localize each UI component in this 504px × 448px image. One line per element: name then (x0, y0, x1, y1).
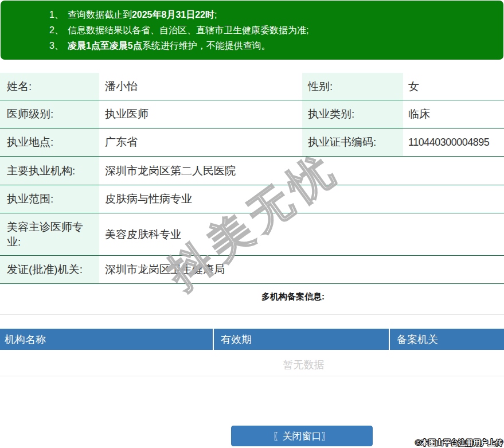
info-row-level-category: 医师级别: 执业医师 执业类别: 临床 (0, 100, 504, 128)
field-value-doctor-level: 执业医师 (99, 100, 302, 128)
field-label-practice-scope: 执业范围: (0, 185, 99, 213)
notice-text-bold: 凌晨1点至凌晨5点 (68, 41, 142, 50)
column-header-filing-authority: 备案机关 (390, 329, 504, 350)
practitioner-info-table: 姓名: 潘小怡 性别: 女 医师级别: 执业医师 执业类别: 临床 执业地点: … (0, 73, 504, 284)
multi-org-records-title: 多机构备案信息: (0, 291, 504, 302)
close-window-button[interactable]: 〖关闭窗口〗 (231, 426, 373, 446)
info-row-location-certno: 执业地点: 广东省 执业证书编码: 110440300004895 (0, 128, 504, 157)
field-label-gender: 性别: (302, 73, 403, 100)
column-header-institution-name: 机构名称 (0, 329, 214, 350)
field-value-practice-location: 广东省 (99, 128, 302, 156)
field-value-name: 潘小怡 (99, 73, 302, 100)
field-label-certificate-number: 执业证书编码: (302, 128, 403, 156)
notice-line-1: 1、查询数据截止到2025年8月31日22时; (49, 7, 503, 22)
copyright-watermark: ©本图由平台注册用户上传 (415, 438, 503, 448)
field-label-main-institution: 主要执业机构: (0, 157, 99, 185)
field-value-issuing-authority: 深圳市龙岗区卫生健康局 (99, 256, 504, 283)
divider-line (0, 376, 504, 376)
empty-data-text: 暂无数据 (0, 358, 504, 372)
field-value-gender: 女 (403, 73, 504, 100)
notice-line-3: 3、凌晨1点至凌晨5点系统进行维护，不能提供查询。 (49, 38, 503, 53)
divider-line (0, 314, 504, 315)
notice-text-bold: 2025年8月31日22时 (132, 10, 214, 20)
notice-text: ; (214, 10, 217, 20)
field-value-cosmetic-specialty: 美容皮肤科专业 (99, 213, 504, 255)
notice-line-number: 2、 (49, 25, 64, 35)
field-label-cosmetic-specialty: 美容主诊医师专业: (0, 213, 99, 255)
field-label-practice-location: 执业地点: (0, 128, 99, 156)
practitioner-query-result-page: 1、查询数据截止到2025年8月31日22时; 2、信息数据结果以各省、自治区、… (0, 0, 504, 448)
field-label-doctor-level: 医师级别: (0, 100, 99, 128)
field-value-practice-scope: 皮肤病与性病专业 (99, 185, 504, 213)
info-row-practice-scope: 执业范围: 皮肤病与性病专业 (0, 185, 504, 213)
field-label-practice-category: 执业类别: (302, 100, 403, 128)
info-row-cosmetic-specialty: 美容主诊医师专业: 美容皮肤科专业 (0, 213, 504, 256)
notice-text: 信息数据结果以各省、自治区、直辖市卫生健康委数据为准; (68, 25, 308, 35)
info-row-name-gender: 姓名: 潘小怡 性别: 女 (0, 73, 504, 100)
notice-text: 查询数据截止到 (68, 10, 132, 20)
field-value-certificate-number: 110440300004895 (403, 128, 504, 156)
field-value-main-institution: 深圳市龙岗区第二人民医院 (99, 157, 504, 185)
info-row-issuing-authority: 发证(批准)机关: 深圳市龙岗区卫生健康局 (0, 256, 504, 284)
info-row-main-institution: 主要执业机构: 深圳市龙岗区第二人民医院 (0, 157, 504, 185)
field-value-practice-category: 临床 (403, 100, 504, 128)
records-table-header: 机构名称 有效期 备案机关 (0, 329, 504, 350)
field-label-issuing-authority: 发证(批准)机关: (0, 256, 99, 283)
column-header-validity-period: 有效期 (214, 329, 390, 350)
notice-line-2: 2、信息数据结果以各省、自治区、直辖市卫生健康委数据为准; (49, 22, 503, 38)
field-label-name: 姓名: (0, 73, 99, 100)
notice-line-number: 1、 (49, 10, 64, 20)
notice-text: 系统进行维护，不能提供查询。 (142, 41, 271, 50)
notice-line-number: 3、 (49, 41, 64, 50)
notice-banner: 1、查询数据截止到2025年8月31日22时; 2、信息数据结果以各省、自治区、… (1, 1, 503, 60)
